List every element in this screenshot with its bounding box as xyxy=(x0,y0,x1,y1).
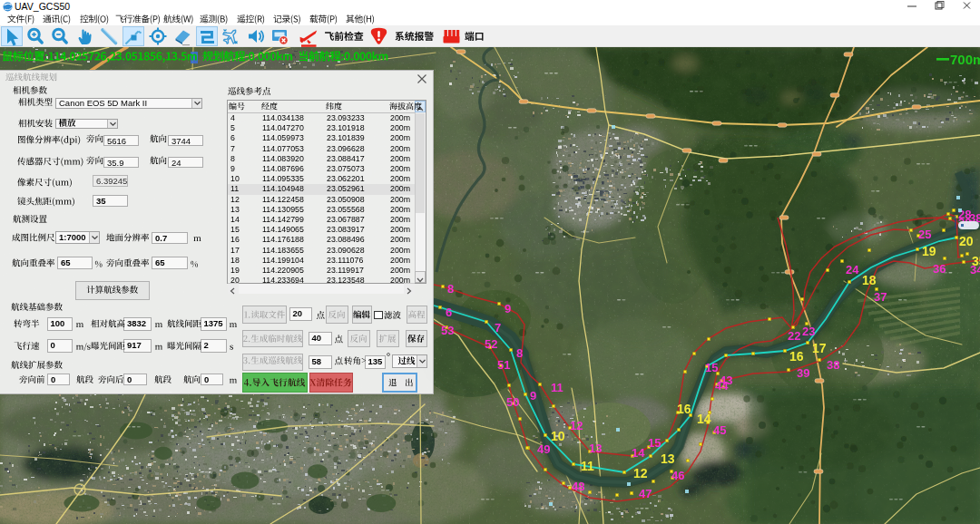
svg-text:44: 44 xyxy=(715,379,729,393)
svg-text:24: 24 xyxy=(846,263,859,277)
svg-text:7: 7 xyxy=(495,321,501,335)
svg-text:9: 9 xyxy=(530,389,536,403)
svg-text:13: 13 xyxy=(661,451,675,466)
svg-text:23: 23 xyxy=(802,325,815,338)
svg-text:12: 12 xyxy=(633,466,648,480)
svg-text:9: 9 xyxy=(505,302,511,315)
svg-text:51: 51 xyxy=(497,358,510,372)
svg-text:25: 25 xyxy=(918,228,931,241)
svg-text:10: 10 xyxy=(551,429,565,443)
svg-text:22: 22 xyxy=(788,329,800,343)
svg-text:45: 45 xyxy=(713,423,726,437)
svg-text:36: 36 xyxy=(933,262,946,276)
svg-text:11: 11 xyxy=(581,459,594,473)
svg-text:39: 39 xyxy=(797,366,809,380)
svg-text:12: 12 xyxy=(570,419,583,432)
svg-text:16: 16 xyxy=(677,402,691,416)
svg-text:37: 37 xyxy=(874,290,887,304)
svg-text:18: 18 xyxy=(862,273,877,287)
svg-text:15: 15 xyxy=(648,436,661,450)
svg-text:35: 35 xyxy=(972,254,980,268)
svg-text:700m: 700m xyxy=(950,52,980,67)
svg-text:46: 46 xyxy=(671,469,684,482)
svg-text:15: 15 xyxy=(705,361,718,374)
svg-text:47: 47 xyxy=(639,487,652,500)
svg-text:8: 8 xyxy=(516,346,523,360)
svg-text:8: 8 xyxy=(447,282,454,296)
svg-text:14: 14 xyxy=(632,446,645,460)
svg-text:50: 50 xyxy=(506,395,519,409)
svg-text:13: 13 xyxy=(589,442,602,455)
svg-text:14: 14 xyxy=(697,412,711,426)
svg-text:11: 11 xyxy=(551,381,564,394)
svg-text:48: 48 xyxy=(572,480,584,493)
svg-text:38: 38 xyxy=(827,358,839,372)
svg-text:20: 20 xyxy=(959,234,974,248)
svg-text:16: 16 xyxy=(789,349,804,364)
svg-text:49: 49 xyxy=(537,442,550,456)
svg-text:53: 53 xyxy=(441,324,454,337)
svg-text:52: 52 xyxy=(485,337,497,351)
svg-text:17: 17 xyxy=(812,341,827,355)
svg-text:19: 19 xyxy=(922,244,936,258)
svg-text:6: 6 xyxy=(446,306,452,319)
